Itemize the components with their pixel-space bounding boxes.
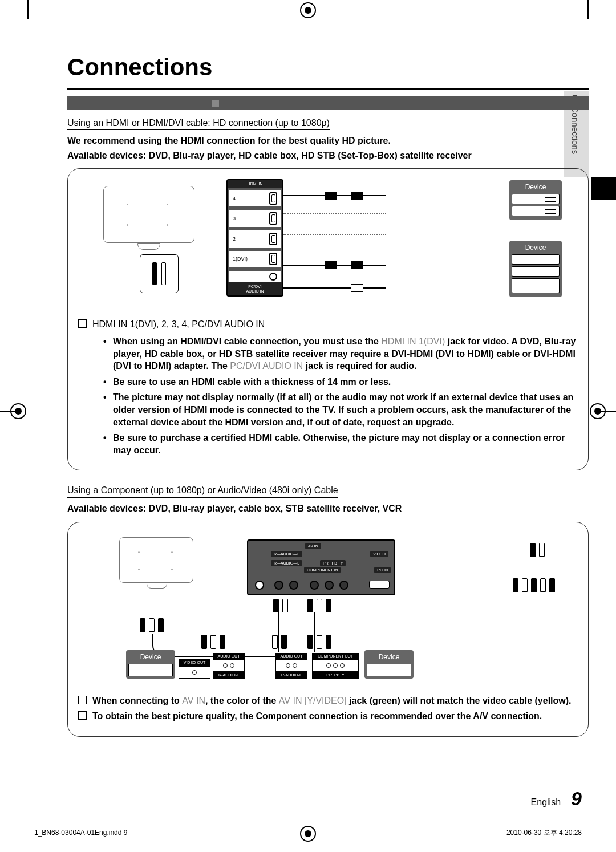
print-footer-right: 2010-06-30 오후 4:20:28 xyxy=(506,828,582,837)
ypbpr-plugs-icon xyxy=(307,599,331,612)
title-rule xyxy=(67,88,589,90)
audio-out-icon xyxy=(275,659,307,672)
section1-heading: Using an HDMI or HDMI/DVI cable: HD conn… xyxy=(67,117,330,131)
hdmi-panel-header: HDMI IN xyxy=(228,180,282,188)
tv-stand-icon xyxy=(147,583,167,589)
section1-line2: Available devices: DVD, Blu-ray player, … xyxy=(67,149,589,162)
prpby-caption: PR PB Y xyxy=(312,672,359,678)
checkbox-icon xyxy=(78,319,87,328)
component-plugs-icon xyxy=(513,578,555,592)
side-tab-marker xyxy=(591,177,616,200)
hdmi-port-2: 2 xyxy=(229,230,281,248)
audio-plugs-icon xyxy=(530,543,545,557)
section1-line1: We recommend using the HDMI connection f… xyxy=(67,135,589,147)
hdmi-plug-icon xyxy=(325,192,337,200)
device-icon xyxy=(128,664,173,676)
device-box-top: Device xyxy=(509,180,562,220)
component-notes: When connecting to AV IN, the color of t… xyxy=(78,695,578,723)
rca-plugs-icon xyxy=(273,599,288,612)
page-number: 9 xyxy=(571,786,582,812)
note-line-1: When connecting to AV IN, the color of t… xyxy=(78,695,578,707)
footer-lang: English xyxy=(531,796,561,809)
device-icon xyxy=(512,266,560,277)
pc-dvi-audio-port xyxy=(229,271,281,282)
crop-mark xyxy=(597,411,616,412)
page-title: Connections xyxy=(67,51,589,84)
audio-plug-icon xyxy=(351,284,363,292)
hdmi-port-3: 3 xyxy=(229,210,281,227)
hdmi-diagram: HDMI IN 4 3 2 1(DVI) PC/DVI AUDIO IN Dev… xyxy=(78,179,578,310)
hdmi-panel: HDMI IN 4 3 2 1(DVI) PC/DVI AUDIO IN xyxy=(226,179,283,297)
cable-line-dotted xyxy=(283,213,386,214)
hdmi-ports-label: HDMI IN 1(DVI), 2, 3, 4, PC/DVI AUDIO IN xyxy=(92,318,265,331)
device-audio-icon xyxy=(512,278,560,293)
crop-mark xyxy=(587,0,589,19)
port-icon xyxy=(310,581,319,590)
dvi-plug-icon xyxy=(351,261,363,269)
print-footer-left: 1_BN68-03004A-01Eng.indd 9 xyxy=(34,828,127,837)
port-icon xyxy=(289,581,298,590)
device-label: Device xyxy=(367,652,411,662)
component-in-label: COMPONENT IN xyxy=(304,567,341,573)
av-in-label: AV IN xyxy=(305,543,321,549)
video-out-icon xyxy=(179,666,210,679)
vga-port-icon xyxy=(369,581,390,589)
device-icon xyxy=(512,194,560,204)
cable-line xyxy=(278,612,279,652)
device-icon xyxy=(512,254,560,265)
hdmi-plug-icon xyxy=(351,192,363,200)
component-diagram-box: AV IN R—AUDIO—L VIDEO R—AUDIO—L PR PB Y … xyxy=(67,522,589,737)
prpby-label: PR PB Y xyxy=(320,560,346,566)
crop-mark xyxy=(0,411,19,412)
tv-icon xyxy=(103,186,194,243)
audio-out-icon xyxy=(213,659,245,672)
checkbox-icon xyxy=(78,696,87,704)
print-footer: 1_BN68-03004A-01Eng.indd 9 2010-06-30 오후… xyxy=(34,828,582,837)
device-icon xyxy=(367,664,411,676)
video-label: VIDEO xyxy=(370,551,388,557)
hdmi-port-4: 4 xyxy=(229,190,281,207)
page-footer: English 9 xyxy=(531,786,582,812)
device-label: Device xyxy=(512,182,560,192)
registration-mark-icon xyxy=(300,2,316,18)
av-plugs-icon xyxy=(140,618,164,632)
audio-out-box-left: AUDIO OUT R-AUDIO-L xyxy=(213,653,245,679)
cable-line xyxy=(283,287,386,289)
note-line-2: To obtain the best picture quality, the … xyxy=(78,710,578,723)
device-label: Device xyxy=(512,243,560,252)
hdmi-check-line: HDMI IN 1(DVI), 2, 3, 4, PC/DVI AUDIO IN xyxy=(78,318,578,331)
note-text: When connecting to AV IN, the color of t… xyxy=(92,695,572,707)
port-icon xyxy=(325,581,334,590)
port-icon xyxy=(274,581,283,590)
component-out-box: COMPONENT OUT PR PB Y xyxy=(312,653,359,679)
audio-label-2: R—AUDIO—L xyxy=(271,560,302,566)
port-icon xyxy=(255,581,264,590)
audio-plugs-icon xyxy=(140,254,179,293)
cable-line-dotted xyxy=(283,234,386,235)
device-box-bottom: Device xyxy=(509,241,562,297)
tv-stand-icon xyxy=(137,243,160,250)
device-label: Device xyxy=(128,652,173,662)
component-diagram: AV IN R—AUDIO—L VIDEO R—AUDIO—L PR PB Y … xyxy=(78,533,578,687)
section-bar xyxy=(67,96,589,110)
page-content: Connections Using an HDMI or HDMI/DVI ca… xyxy=(67,51,589,829)
section2-line1: Available devices: DVD, Blu-ray player, … xyxy=(67,502,589,515)
ypbpr-plugs-down-icon xyxy=(307,635,331,649)
hdmi-plug-icon xyxy=(325,261,337,269)
hdmi-notes-list: When using an HDMI/DVI cable connection,… xyxy=(78,335,578,456)
tv-icon xyxy=(119,537,193,583)
device-icon xyxy=(512,206,560,216)
crop-mark xyxy=(27,0,29,19)
video-out-box: VIDEO OUT xyxy=(179,659,210,678)
hdmi-panel-footer: PC/DVI AUDIO IN xyxy=(228,282,282,295)
component-out-icon xyxy=(312,659,359,672)
port-icon xyxy=(339,581,348,590)
hdmi-port-1dvi: 1(DVI) xyxy=(229,251,281,268)
list-item: Be sure to use an HDMI cable with a thic… xyxy=(103,376,578,388)
list-item: The picture may not display normally (if… xyxy=(103,391,578,428)
hdmi-diagram-box: HDMI IN 4 3 2 1(DVI) PC/DVI AUDIO IN Dev… xyxy=(67,168,589,470)
pc-in-label: PC IN xyxy=(374,567,391,573)
audio-out-box-right: AUDIO OUT R-AUDIO-L xyxy=(275,653,307,679)
list-item: When using an HDMI/DVI cable connection,… xyxy=(103,335,578,372)
device-left: Device xyxy=(126,650,175,678)
